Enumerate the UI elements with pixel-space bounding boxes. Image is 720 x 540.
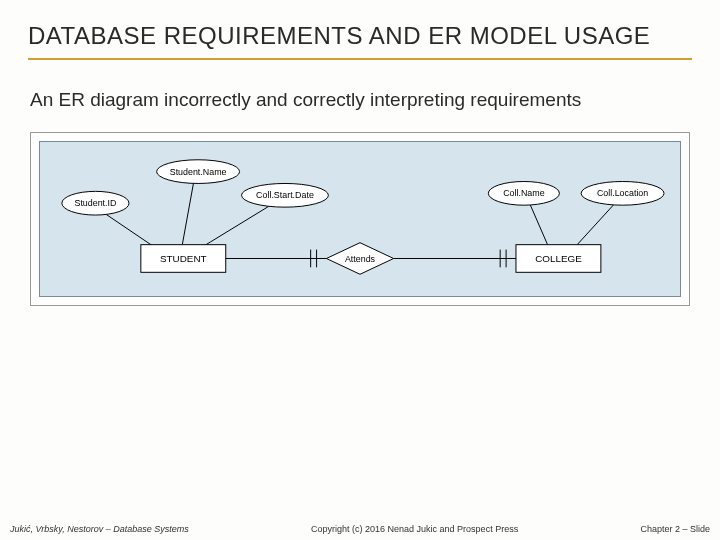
svg-line-3 bbox=[528, 199, 548, 244]
slide-title: DATABASE REQUIREMENTS AND ER MODEL USAGE bbox=[28, 22, 692, 50]
attr-student-id-label: Student.ID bbox=[74, 198, 116, 208]
svg-line-2 bbox=[206, 201, 277, 244]
svg-line-4 bbox=[577, 199, 618, 244]
attr-coll-location-label: Coll.Location bbox=[597, 188, 648, 198]
svg-line-1 bbox=[182, 179, 194, 244]
accent-rule bbox=[28, 58, 692, 60]
attr-student-name-label: Student.Name bbox=[170, 166, 227, 176]
entity-student-label: STUDENT bbox=[160, 253, 207, 264]
attr-coll-start-date-label: Coll.Start.Date bbox=[256, 190, 314, 200]
footer-chapter: Chapter 2 – Slide bbox=[640, 524, 710, 534]
slide-subtitle: An ER diagram incorrectly and correctly … bbox=[30, 88, 692, 112]
slide-footer: Jukić, Vrbsky, Nestorov – Database Syste… bbox=[0, 524, 720, 534]
entity-college-label: COLLEGE bbox=[535, 253, 582, 264]
er-diagram-frame: STUDENT COLLEGE Attends Student.ID Stude… bbox=[30, 132, 690, 306]
attr-coll-name-label: Coll.Name bbox=[503, 188, 544, 198]
footer-copyright: Copyright (c) 2016 Nenad Jukic and Prosp… bbox=[311, 524, 518, 534]
er-diagram: STUDENT COLLEGE Attends Student.ID Stude… bbox=[39, 141, 681, 297]
footer-authors: Jukić, Vrbsky, Nestorov – Database Syste… bbox=[10, 524, 189, 534]
relationship-attends-label: Attends bbox=[345, 254, 376, 264]
